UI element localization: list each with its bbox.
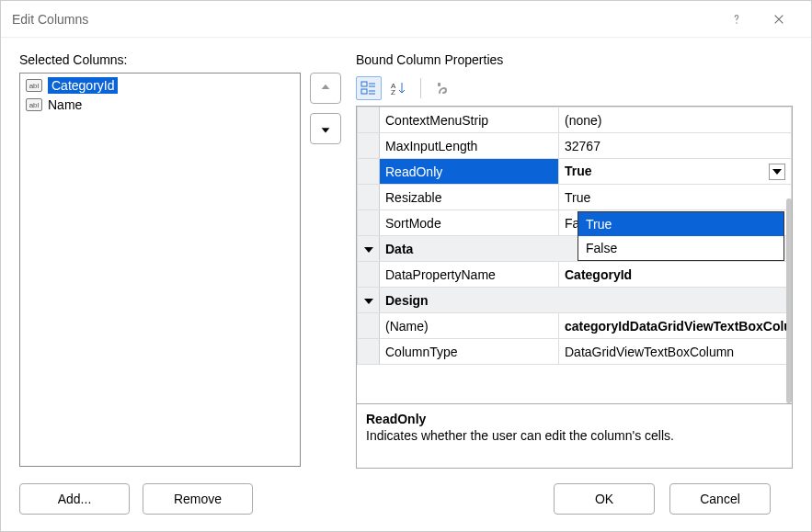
collapse-icon[interactable] <box>358 236 380 262</box>
property-row[interactable]: ContextMenuStrip (none) <box>358 108 792 133</box>
property-value[interactable]: (none) <box>559 108 792 133</box>
edit-columns-dialog: Edit Columns Selected Columns: abl Categ… <box>0 0 812 532</box>
property-category[interactable]: Design <box>358 288 792 313</box>
textfield-icon: abl <box>26 79 42 92</box>
description-title: ReadOnly <box>366 412 783 426</box>
selected-columns-panel: Selected Columns: abl CategoryId abl Nam… <box>19 52 341 531</box>
description-panel: ReadOnly Indicates whether the user can … <box>357 403 792 468</box>
property-name: SortMode <box>380 210 559 236</box>
list-item-label: Name <box>48 97 82 112</box>
dialog-footer: OK Cancel <box>356 469 793 531</box>
svg-text:Z: Z <box>391 88 395 96</box>
titlebar: Edit Columns <box>1 1 811 38</box>
property-value[interactable]: True <box>559 159 792 185</box>
propertygrid-toolbar: AZ <box>356 73 793 106</box>
property-name: MaxInputLength <box>380 133 559 159</box>
alphabetical-view-button[interactable]: AZ <box>385 76 411 100</box>
property-name: (Name) <box>380 313 559 339</box>
property-value[interactable]: CategoryId <box>559 262 792 288</box>
selected-columns-list[interactable]: abl CategoryId abl Name <box>19 73 301 467</box>
collapse-icon[interactable] <box>358 288 380 313</box>
svg-rect-5 <box>438 83 440 86</box>
move-up-button[interactable] <box>310 73 341 104</box>
property-pages-button[interactable] <box>430 76 456 100</box>
categorized-view-button[interactable] <box>356 76 382 100</box>
property-row[interactable]: DataPropertyName CategoryId <box>358 262 792 288</box>
dropdown-option[interactable]: True <box>578 212 783 236</box>
list-item[interactable]: abl Name <box>22 96 298 114</box>
property-value[interactable]: True <box>559 185 792 210</box>
property-name: ContextMenuStrip <box>380 108 559 133</box>
bound-column-properties-panel: Bound Column Properties AZ <box>356 52 793 531</box>
ok-button[interactable]: OK <box>554 483 655 515</box>
property-row[interactable]: MaxInputLength 32767 <box>358 133 792 159</box>
chevron-down-icon[interactable] <box>769 164 785 180</box>
svg-rect-1 <box>361 82 367 86</box>
remove-button[interactable]: Remove <box>143 483 253 515</box>
svg-point-0 <box>736 22 738 24</box>
scrollbar[interactable] <box>786 198 792 403</box>
property-row[interactable]: ColumnType DataGridViewTextBoxColumn <box>358 339 792 365</box>
category-name: Design <box>380 288 792 313</box>
properties-label: Bound Column Properties <box>356 52 793 67</box>
move-down-button[interactable] <box>310 113 341 144</box>
list-item[interactable]: abl CategoryId <box>22 75 298 96</box>
svg-rect-2 <box>361 89 367 94</box>
selected-columns-label: Selected Columns: <box>19 52 341 67</box>
property-value[interactable]: DataGridViewTextBoxColumn <box>559 339 792 365</box>
property-value[interactable]: categoryIdDataGridViewTextBoxColumn <box>559 313 792 339</box>
reorder-buttons <box>310 73 341 467</box>
property-name: Resizable <box>380 185 559 210</box>
property-row[interactable]: (Name) categoryIdDataGridViewTextBoxColu… <box>358 313 792 339</box>
dialog-title: Edit Columns <box>12 12 715 27</box>
add-button[interactable]: Add... <box>19 483 130 515</box>
dropdown-option[interactable]: False <box>578 236 783 260</box>
description-text: Indicates whether the user can edit the … <box>366 428 783 443</box>
textfield-icon: abl <box>26 98 42 111</box>
list-item-label: CategoryId <box>48 77 118 94</box>
cancel-button[interactable]: Cancel <box>669 483 771 515</box>
property-grid[interactable]: ContextMenuStrip (none) MaxInputLength 3… <box>357 107 792 403</box>
toolbar-separator <box>420 78 421 98</box>
help-button[interactable] <box>715 5 758 34</box>
property-name: ColumnType <box>380 339 559 365</box>
readonly-dropdown[interactable]: True False <box>578 211 784 261</box>
property-row[interactable]: ReadOnly True <box>358 159 792 185</box>
property-name: ReadOnly <box>380 159 559 185</box>
property-row[interactable]: Resizable True <box>358 185 792 210</box>
property-name: DataPropertyName <box>380 262 559 288</box>
property-value[interactable]: 32767 <box>559 133 792 159</box>
close-button[interactable] <box>758 5 800 34</box>
